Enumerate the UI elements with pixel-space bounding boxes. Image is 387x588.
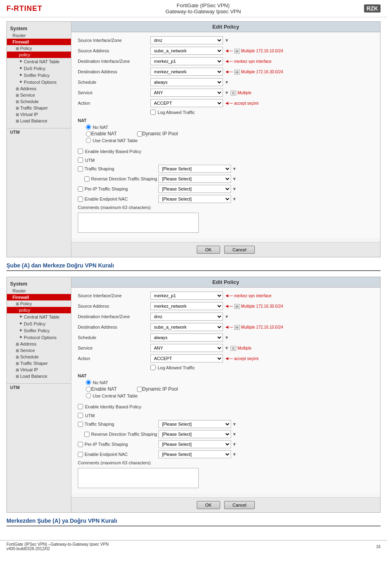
sidebar1-sniffer-policy[interactable]: ✦Sniffer Policy (7, 72, 71, 79)
sidebar1-service[interactable]: ⊞Service (7, 92, 71, 98)
panel2-traffic-shaping-checkbox[interactable] (78, 422, 83, 427)
panel1-dynamic-ip-checkbox[interactable] (137, 131, 142, 137)
panel1-dest-address-select[interactable]: merkez_network (150, 68, 223, 76)
panel1-identity-row: Enable Identity Based Policy (78, 149, 374, 154)
panel1-utm-checkbox[interactable] (78, 157, 83, 163)
panel2-dest-address-select[interactable]: sube_a_network (150, 323, 223, 331)
panel2-per-ip-row: Per-IP Traffic Shaping [Please Select] ▼ (78, 440, 374, 448)
panel1-no-nat-radio[interactable] (86, 124, 91, 130)
panel1-ok-button[interactable]: OK (197, 246, 220, 254)
panel2-log-checkbox[interactable] (150, 365, 156, 370)
sidebar1-schedule[interactable]: ⊞Schedule (7, 98, 71, 105)
sidebar2-policy-active[interactable]: policy (7, 307, 71, 313)
sidebar1-central-nat[interactable]: ✦Central NAT Table (7, 58, 71, 65)
panel2-endpoint-select[interactable]: [Please Select] (158, 450, 231, 458)
sidebar2-virtual-ip[interactable]: ⊞Virtual IP (7, 366, 71, 373)
panel1-endpoint-label-area: Enable Endpoint NAC (78, 197, 158, 202)
panel1-identity-checkbox[interactable] (78, 149, 83, 154)
panel1-use-central-label: Use Central NAT Table (93, 138, 137, 143)
sidebar1-traffic-shaper[interactable]: ⊞Traffic Shaper (7, 105, 71, 111)
panel2-dest-address-control: sube_a_network ◄─ ⊞ Multiple 172.16.10.0… (150, 323, 374, 331)
panel2-enable-nat-radio[interactable] (86, 387, 91, 392)
panel1-action-select[interactable]: ACCEPT (150, 99, 223, 107)
sidebar1-load-balance[interactable]: ⊞Load Balance (7, 118, 71, 124)
panel2-traffic-shaping-select[interactable]: [Please Select] (158, 420, 231, 428)
panel2-action-select[interactable]: ACCEPT (150, 354, 223, 362)
sidebar2-service[interactable]: ⊞Service (7, 347, 71, 354)
caption2-divider (6, 526, 381, 526)
panel2-dynamic-ip-label: Dynamic IP Pool (142, 386, 178, 392)
panel2-per-ip-label: Per-IP Traffic Shaping (85, 442, 128, 447)
sidebar2-traffic-shaper[interactable]: ⊞Traffic Shaper (7, 360, 71, 366)
caption1: Şube (A) dan Merkeze Doğru VPN Kuralı (6, 262, 381, 269)
sidebar2-protocol-options[interactable]: ✦Protocol Options (7, 334, 71, 341)
panel1-reverse-shaping-checkbox[interactable] (84, 176, 89, 182)
panel1-identity-label: Enable Identity Based Policy (85, 149, 141, 154)
panel2-comments-textarea[interactable] (78, 468, 199, 488)
sidebar2-firewall[interactable]: Firewall (7, 294, 71, 300)
panel1-traffic-shaping-checkbox[interactable] (78, 166, 83, 172)
panel2-no-nat-radio[interactable] (86, 380, 91, 385)
panel1-comments-textarea[interactable] (78, 213, 199, 233)
panel1-source-address-select[interactable]: sube_a_network (150, 47, 223, 55)
sidebar1-system: System (7, 24, 71, 32)
panel1-source-interface-select[interactable]: dmz (150, 36, 223, 44)
panel1-dest-interface-select[interactable]: merkez_p1 (150, 57, 223, 65)
panel1-enable-nat-row: Enable NAT Dynamic IP Pool (78, 131, 374, 137)
panel2-source-address-select[interactable]: merkez_network (150, 302, 223, 310)
panel1-traffic-shaping-select[interactable]: [Please Select] (158, 165, 231, 173)
sidebar2-central-nat[interactable]: ✦Central NAT Table (7, 313, 71, 320)
sidebar2-schedule[interactable]: ⊞Schedule (7, 354, 71, 360)
panel2-utm-row: UTM (78, 413, 374, 418)
sidebar1-address[interactable]: ⊞Address (7, 85, 71, 92)
panel2-cancel-button[interactable]: Cancel (224, 501, 255, 509)
panel2-utm-checkbox[interactable] (78, 413, 83, 418)
fortinet-logo: F▪RTINET (6, 4, 42, 13)
panel2-endpoint-checkbox[interactable] (78, 452, 83, 457)
panel1-enable-nat-radio[interactable] (86, 131, 91, 137)
panel2-traffic-shaping-label-area: Traffic Shaping (78, 422, 158, 427)
sidebar2-address[interactable]: ⊞Address (7, 341, 71, 347)
panel2-source-interface-select[interactable]: merkez_p1 (150, 292, 223, 300)
panel1-use-central-radio[interactable] (86, 138, 91, 143)
panel1-log-checkbox[interactable] (150, 110, 156, 115)
sidebar2-policy-folder[interactable]: ⊞Policy (7, 300, 71, 307)
panel2-service-select[interactable]: ANY (150, 344, 223, 352)
panel2-ok-button[interactable]: OK (197, 501, 220, 509)
sidebar2-load-balance[interactable]: ⊞Load Balance (7, 373, 71, 379)
panel1-per-ip-checkbox[interactable] (78, 186, 83, 192)
sidebar1-router[interactable]: Router (7, 32, 71, 39)
panel2-reverse-shaping-checkbox[interactable] (84, 432, 89, 437)
sidebar1-policy-active[interactable]: policy (7, 52, 71, 58)
panel2-per-ip-checkbox[interactable] (78, 442, 83, 447)
panel1-log-label: Log Allowed Traffic (158, 110, 195, 115)
panel2-dest-interface-select[interactable]: dmz (150, 313, 223, 321)
sidebar2-sniffer-policy[interactable]: ✦Sniffer Policy (7, 327, 71, 334)
header-title: FortiGate (IPSec VPN) Gateway-to-Gateway… (166, 2, 241, 14)
panel2-reverse-shaping-select[interactable]: [Please Select] (158, 430, 231, 438)
panel1-button-row: OK Cancel (71, 242, 380, 257)
panel1-endpoint-select[interactable]: [Please Select] (158, 195, 231, 203)
sidebar1-virtual-ip[interactable]: ⊞Virtual IP (7, 111, 71, 118)
panel1-schedule-select[interactable]: always (150, 78, 223, 86)
panel1-cancel-button[interactable]: Cancel (224, 246, 255, 254)
panel2-dest-address-annotation: ◄─ ⊞ Multiple 172.16.10.0/24 (225, 324, 283, 330)
sidebar1-firewall[interactable]: Firewall (7, 39, 71, 45)
panel2-identity-checkbox[interactable] (78, 404, 83, 409)
panel1-dest-interface-control: merkez_p1 ◄─ merkez vpn interface (150, 57, 374, 65)
sidebar1-policy-folder[interactable]: ⊞Policy (7, 45, 71, 52)
panel2-use-central-radio[interactable] (86, 393, 91, 398)
sidebar2-dos-policy[interactable]: ✦DoS Policy (7, 320, 71, 327)
panel1-endpoint-checkbox[interactable] (78, 197, 83, 202)
panel1-reverse-shaping-select[interactable]: [Please Select] (158, 175, 231, 183)
panel1-service-select[interactable]: ANY (150, 89, 223, 97)
panel2-schedule-select[interactable]: always (150, 333, 223, 342)
panel1-per-ip-select[interactable]: [Please Select] (158, 185, 231, 193)
sidebar2-router[interactable]: Router (7, 288, 71, 294)
page-footer: FortiGate (IPSec VPN) –Gateway-to-Gatewa… (0, 540, 387, 553)
panel2-per-ip-select[interactable]: [Please Select] (158, 440, 231, 448)
panel1-traffic-shaping-label-area: Traffic Shaping (78, 166, 158, 172)
sidebar1-protocol-options[interactable]: ✦Protocol Options (7, 79, 71, 85)
panel2-dynamic-ip-checkbox[interactable] (137, 387, 142, 392)
sidebar1-dos-policy[interactable]: ✦DoS Policy (7, 65, 71, 72)
